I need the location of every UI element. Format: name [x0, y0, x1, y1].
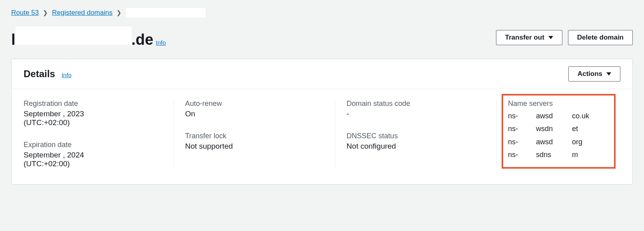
actions-button[interactable]: Actions [568, 66, 620, 82]
name-server-row: ns-awsdorg [508, 135, 609, 148]
registration-date-tz: (UTC:+02:00) [24, 118, 162, 127]
dnssec-label: DNSSEC status [346, 132, 485, 140]
name-server-row: ns-sdnsm [508, 148, 609, 161]
registration-date-label: Registration date [24, 100, 162, 108]
chevron-right-icon: ❯ [116, 9, 122, 16]
status-code-label: Domain status code [346, 100, 485, 108]
auto-renew-value: On [185, 110, 324, 118]
breadcrumb-current [126, 8, 206, 18]
col-renew: Auto-renew On Transfer lock Not supporte… [174, 100, 335, 168]
expiration-date-label: Expiration date [24, 141, 162, 149]
caret-down-icon [548, 36, 553, 39]
name-server-part: awsd [536, 110, 572, 122]
name-server-part: co.uk [572, 110, 600, 122]
expiration-date-value: September , 2024 [24, 151, 162, 159]
dnssec-value: Not configured [346, 142, 485, 151]
delete-domain-button[interactable]: Delete domain [568, 30, 633, 45]
breadcrumb-root[interactable]: Route 53 [11, 9, 39, 17]
name-servers-label: Name servers [508, 100, 609, 108]
page-title: l.de Info [11, 26, 166, 48]
transfer-out-button[interactable]: Transfer out [496, 30, 562, 45]
name-server-part: ns- [508, 135, 536, 148]
name-server-part: ns- [508, 122, 536, 135]
transfer-out-label: Transfer out [505, 34, 544, 42]
col-name-servers: Name servers ns-awsdco.ukns-wsdnetns-aws… [496, 100, 620, 168]
chevron-right-icon: ❯ [43, 9, 48, 16]
redacted-block [16, 26, 132, 45]
title-info-link[interactable]: Info [156, 39, 166, 46]
domain-suffix: .de [132, 31, 154, 48]
name-server-part: ns- [508, 110, 536, 122]
name-server-part: wsdn [536, 122, 572, 135]
panel-header: Details Info Actions [12, 59, 632, 89]
delete-domain-label: Delete domain [577, 34, 624, 42]
title-row: l.de Info Transfer out Delete domain [11, 26, 633, 48]
name-servers-list: ns-awsdco.ukns-wsdnetns-awsdorgns-sdnsm [508, 110, 609, 161]
breadcrumb-section[interactable]: Registered domains [52, 9, 112, 17]
caret-down-icon [606, 72, 611, 76]
col-status: Domain status code - DNSSEC status Not c… [335, 100, 496, 168]
name-server-part: org [572, 135, 600, 148]
panel-info-link[interactable]: Info [62, 72, 72, 78]
name-server-part: ns- [508, 148, 536, 161]
actions-label: Actions [578, 70, 602, 78]
auto-renew-label: Auto-renew [185, 100, 324, 108]
name-server-part: et [572, 122, 600, 135]
breadcrumb: Route 53 ❯ Registered domains ❯ [11, 8, 633, 18]
transfer-lock-label: Transfer lock [185, 132, 324, 140]
name-server-row: ns-awsdco.uk [508, 110, 609, 122]
name-servers-highlight: Name servers ns-awsdco.ukns-wsdnetns-aws… [502, 94, 616, 169]
name-server-row: ns-wsdnet [508, 122, 609, 135]
name-server-part: m [572, 148, 600, 161]
registration-date-value: September , 2023 [24, 110, 162, 118]
panel-title-text: Details [24, 68, 55, 80]
panel-body: Registration date September , 2023 (UTC:… [12, 89, 632, 184]
expiration-date-tz: (UTC:+02:00) [24, 159, 162, 168]
transfer-lock-value: Not supported [185, 142, 324, 151]
name-server-part: awsd [536, 135, 572, 148]
status-code-value: - [346, 110, 485, 118]
col-dates: Registration date September , 2023 (UTC:… [24, 100, 174, 168]
name-server-part: sdns [536, 148, 572, 161]
domain-prefix: l [11, 31, 16, 48]
details-panel: Details Info Actions Registration date S… [11, 59, 633, 185]
